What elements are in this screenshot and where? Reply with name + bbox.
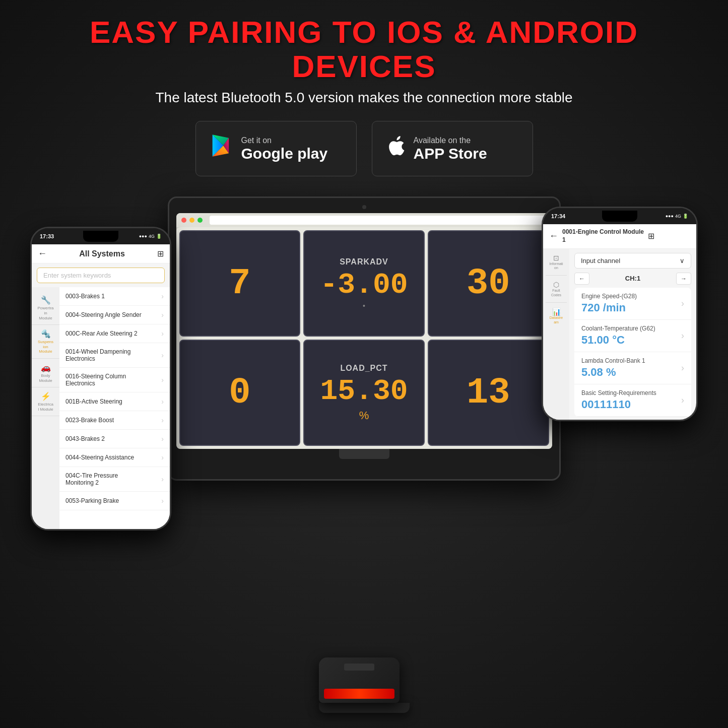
list-item-0023[interactable]: 0023-Brake Boost › (59, 411, 170, 430)
list-item-0004[interactable]: 0004-Steering Angle Sender › (59, 306, 170, 324)
ch-prev-button[interactable]: ← (574, 273, 589, 285)
sidebar-item-powertrain[interactable]: 🔧 PowertrainModule (32, 291, 59, 325)
chevron-icon: › (161, 475, 164, 483)
phone-search-bar[interactable]: Enter system keywords (37, 268, 165, 283)
right-sidebar-dtc[interactable]: ⬡ FaultCodes (543, 278, 569, 300)
obd-card-1-value: 7 (229, 266, 250, 302)
menu-icon[interactable]: ⊞ (157, 249, 164, 258)
body-icon: 🚗 (41, 363, 51, 372)
channel-selector[interactable]: Input channel ∨ (574, 253, 691, 269)
coolant-label: Coolant-Temperature (G62) (581, 325, 681, 332)
coolant-chevron-icon: › (681, 330, 684, 341)
data-row-engine-speed[interactable]: Engine Speed-(G28) 720 /min › (574, 288, 691, 320)
list-item-004c[interactable]: 004C-Tire PressureMonitoring 2 › (59, 467, 170, 492)
tablet-browser-bar (176, 213, 552, 227)
phone-left-frame: 17:33 ●●● 4G 🔋 ← All Systems ⊞ (30, 227, 171, 531)
list-item-001b[interactable]: 001B-Active Steering › (59, 392, 170, 411)
sidebar-item-suspension[interactable]: 🔩 SuspensionModule (32, 325, 59, 359)
list-item-0043[interactable]: 0043-Brakes 2 › (59, 430, 170, 448)
info-label: Information (549, 262, 563, 271)
phone-left-list: 0003-Brakes 1 › 0004-Steering Angle Send… (59, 287, 170, 529)
obd-red-stripe (324, 689, 394, 699)
tablet-screen: 7 SPARKADV -3.00 • 30 (176, 227, 552, 449)
tablet-screen-wrapper: 7 SPARKADV -3.00 • 30 (176, 213, 552, 449)
phone-left-sidebar: 🔧 PowertrainModule 🔩 SuspensionModule 🚗 … (32, 287, 59, 529)
lambda-label: Lambda Control-Bank 1 (581, 357, 681, 364)
basic-setting-chevron-icon: › (681, 395, 684, 406)
right-menu-icon[interactable]: ⊞ (648, 231, 654, 241)
back-arrow-icon[interactable]: ← (38, 248, 47, 259)
obd-card-6-value: 13 (467, 375, 510, 411)
browser-close-dot (181, 218, 186, 223)
google-play-text: Get it on Google play (241, 136, 328, 162)
suspension-icon: 🔩 (41, 329, 51, 339)
lambda-chevron-icon: › (681, 363, 684, 373)
phone-right-header: ← 0001-Engine Control Module 1 ⊞ (543, 224, 696, 248)
main-headline: EASY PAIRING TO IOS & ANDROID DEVICES (20, 15, 708, 84)
list-item-0053[interactable]: 0053-Parking Brake › (59, 492, 170, 510)
obd-card-1: 7 (179, 230, 301, 337)
phone-left-layout: 🔧 PowertrainModule 🔩 SuspensionModule 🚗 … (32, 287, 170, 529)
left-phone-notch (83, 231, 118, 242)
phone-right-status-bar: 17:34 ●●● 4G 🔋 (543, 208, 696, 224)
data-row-lambda[interactable]: Lambda Control-Bank 1 5.08 % › (574, 352, 691, 384)
obd-card-6: 13 (428, 340, 549, 446)
google-play-button[interactable]: Get it on Google play (195, 121, 357, 176)
electrical-icon: ⚡ (41, 391, 51, 401)
list-item-000c[interactable]: 000C-Rear Axle Steering 2 › (59, 324, 170, 343)
obd-card-sparkadv-label: SPARKADV (340, 257, 388, 267)
datastream-icon: 📊 (552, 308, 561, 316)
obd-card-loadpct: LOAD_PCT 15.30 % (303, 340, 425, 446)
obd-card-sparkadv-value: -3.00 (320, 271, 408, 300)
obd-device (319, 657, 410, 713)
tablet-device: 7 SPARKADV -3.00 • 30 (168, 196, 561, 481)
obd-card-sparkadv-dot: • (363, 302, 365, 310)
ch-next-button[interactable]: → (676, 273, 691, 285)
data-row-basic-setting[interactable]: Basic Setting-Requirements 00111110 › (574, 384, 691, 417)
chevron-icon: › (161, 292, 164, 300)
app-store-button[interactable]: Available on the APP Store (372, 121, 533, 176)
list-item-0044[interactable]: 0044-Steering Assistance › (59, 448, 170, 467)
browser-max-dot (197, 218, 203, 223)
obd-card-3: 30 (428, 230, 549, 337)
sidebar-item-body[interactable]: 🚗 BodyModule (32, 359, 59, 387)
right-phone-main: Input channel ∨ ← CH:1 → (569, 249, 696, 420)
app-store-text: Available on the APP Store (414, 136, 487, 162)
datastream-label: Datastream (550, 316, 563, 324)
lambda-value: 5.08 % (581, 366, 681, 379)
phone-right-title: 0001-Engine Control Module 1 (562, 228, 644, 244)
list-item-0016[interactable]: 0016-Steering ColumnElectronics › (59, 368, 170, 392)
right-back-arrow-icon[interactable]: ← (549, 231, 558, 241)
chevron-icon: › (161, 376, 164, 384)
tablet-url-bar (210, 216, 547, 225)
main-container: EASY PAIRING TO IOS & ANDROID DEVICES Th… (0, 0, 728, 728)
basic-setting-label: Basic Setting-Requirements (581, 389, 681, 396)
right-phone-sidebar: ⊡ Information ⬡ FaultCodes 📊 (543, 249, 569, 420)
info-icon: ⊡ (553, 254, 559, 262)
obd-device-body (319, 657, 400, 703)
store-buttons-container: Get it on Google play Available on the A… (195, 121, 533, 176)
right-sidebar-datastream[interactable]: 📊 Datastream (543, 305, 569, 327)
engine-speed-value: 720 /min (581, 301, 681, 314)
list-item-0003[interactable]: 0003-Brakes 1 › (59, 287, 170, 306)
phone-right-time: 17:34 (551, 213, 565, 219)
powertrain-label: PowertrainModule (37, 306, 53, 320)
basic-setting-content: Basic Setting-Requirements 00111110 (581, 389, 681, 411)
phone-left-status-icons: ●●● 4G 🔋 (139, 234, 162, 239)
list-item-0014[interactable]: 0014-Wheel DampeningElectronics › (59, 343, 170, 368)
obd-card-4-value: 0 (229, 375, 250, 411)
google-play-icon (208, 133, 234, 165)
phone-right-status-icons: ●●● 4G 🔋 (666, 214, 688, 219)
powertrain-icon: 🔧 (41, 295, 51, 305)
obd-card-loadpct-unit: % (359, 409, 369, 422)
chevron-icon: › (161, 398, 164, 406)
right-sidebar-info[interactable]: ⊡ Information (543, 251, 569, 274)
sub-headline: The latest Bluetooth 5.0 version makes t… (155, 90, 572, 106)
lambda-content: Lambda Control-Bank 1 5.08 % (581, 357, 681, 379)
electrical-label: Electrical Module (38, 402, 53, 412)
sidebar-item-electrical[interactable]: ⚡ Electrical Module (32, 387, 59, 416)
chevron-icon: › (161, 329, 164, 338)
data-section: Engine Speed-(G28) 720 /min › Coolant-Te… (574, 288, 691, 417)
engine-speed-chevron-icon: › (681, 298, 684, 309)
data-row-coolant[interactable]: Coolant-Temperature (G62) 51.00 °C › (574, 320, 691, 352)
